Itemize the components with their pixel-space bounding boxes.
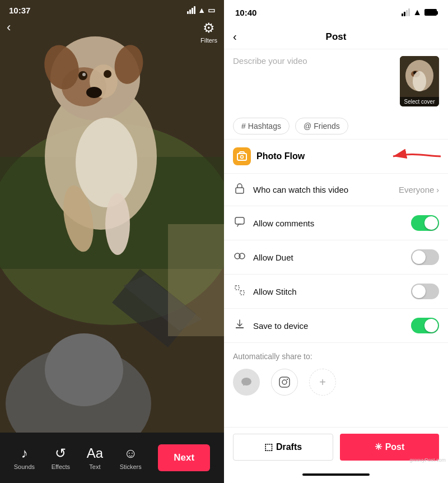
allow-duet-label: Allow Duet	[253, 253, 404, 262]
save-to-device-label: Save to device	[253, 321, 404, 331]
allow-comments-toggle[interactable]	[411, 215, 439, 231]
svg-rect-36	[279, 377, 290, 387]
right-wifi-icon: ▲	[413, 7, 422, 17]
allow-stitch-label: Allow Stitch	[253, 287, 404, 296]
description-placeholder: Describe your video	[233, 56, 307, 66]
cover-label: Select cover	[400, 97, 439, 106]
svg-rect-20	[168, 224, 224, 336]
who-can-watch-value: Everyone ›	[399, 185, 439, 194]
auto-share-title: Automatically share to:	[233, 352, 439, 361]
tag-row: # Hashtags @ Friends	[224, 113, 448, 140]
who-can-watch-label: Who can watch this video	[253, 185, 392, 194]
duet-icon	[233, 251, 246, 264]
who-can-watch-row[interactable]: Who can watch this video Everyone ›	[224, 174, 448, 206]
sounds-tool[interactable]: ♪ Sounds	[14, 445, 35, 470]
chevron-right-icon: ›	[436, 185, 439, 194]
drafts-button[interactable]: ⬚ Drafts	[233, 434, 333, 461]
drafts-label: Drafts	[276, 442, 302, 452]
svg-rect-29	[236, 188, 244, 193]
svg-rect-34	[240, 291, 244, 295]
allow-comments-row: Allow comments	[224, 206, 448, 240]
svg-point-15	[105, 193, 130, 255]
save-to-device-row: Save to device	[224, 309, 448, 343]
hashtag-icon: #	[241, 122, 246, 131]
allow-comments-label: Allow comments	[253, 219, 404, 228]
drafts-icon: ⬚	[264, 442, 273, 452]
friends-button[interactable]: @ Friends	[295, 118, 348, 134]
stickers-tool[interactable]: ☺ Stickers	[120, 445, 142, 470]
post-button[interactable]: ✳ Post	[340, 434, 439, 461]
toggle-knob	[424, 216, 438, 230]
stickers-label: Stickers	[120, 463, 142, 470]
hashtags-button[interactable]: # Hashtags	[233, 118, 290, 134]
share-messages-button[interactable]	[233, 369, 260, 396]
add-icon: +	[319, 376, 326, 389]
right-status-icons: ▲	[402, 7, 437, 17]
svg-rect-26	[237, 154, 246, 160]
svg-point-13	[76, 118, 137, 207]
toggle-knob	[412, 250, 426, 264]
allow-stitch-toggle[interactable]	[411, 284, 439, 299]
svg-point-37	[282, 380, 287, 384]
photo-flow-icon	[233, 147, 251, 165]
toggle-knob	[424, 319, 438, 332]
wifi-icon: ▲	[198, 6, 206, 15]
hashtags-label: Hashtags	[248, 122, 281, 131]
signal-icon	[187, 6, 195, 14]
svg-point-11	[82, 73, 86, 76]
next-button[interactable]: Next	[158, 444, 210, 471]
effects-tool[interactable]: ↺ Effects	[52, 445, 70, 470]
post-label: Post	[385, 442, 405, 452]
comments-icon	[233, 217, 246, 230]
sounds-icon: ♪	[21, 445, 27, 461]
post-title: Post	[326, 31, 347, 43]
photo-flow-label: Photo Flow	[256, 151, 305, 161]
filters-button[interactable]: ⚙ Filters	[200, 20, 217, 44]
home-bar	[302, 473, 370, 476]
friends-label: Friends	[314, 122, 340, 131]
toggle-knob	[412, 285, 426, 298]
allow-stitch-row: Allow Stitch	[224, 275, 448, 309]
stickers-icon: ☺	[124, 445, 138, 461]
text-label: Text	[89, 463, 100, 470]
svg-rect-33	[235, 286, 239, 290]
photo-flow-row[interactable]: Photo Flow	[224, 140, 448, 174]
right-back-button[interactable]: ‹	[233, 30, 237, 43]
watermark: groovyPost.com	[409, 457, 446, 463]
cover-thumbnail[interactable]: Select cover	[400, 56, 439, 106]
left-status-bar: 10:37 ▲ ▭	[0, 0, 224, 20]
right-status-bar: 10:40 ▲	[224, 0, 448, 25]
allow-duet-row: Allow Duet	[224, 240, 448, 275]
description-field[interactable]: Describe your video	[233, 56, 394, 66]
right-header: ‹ Post	[224, 25, 448, 49]
share-icons-row: +	[233, 369, 439, 396]
right-home-indicator	[224, 466, 448, 483]
svg-point-17	[45, 333, 123, 406]
effects-icon: ↺	[55, 445, 66, 461]
allow-duet-toggle[interactable]	[411, 249, 439, 265]
svg-point-35	[241, 378, 251, 386]
share-instagram-button[interactable]	[271, 369, 298, 396]
svg-point-38	[287, 379, 288, 380]
auto-share-section: Automatically share to: +	[224, 343, 448, 400]
red-arrow	[376, 147, 444, 165]
svg-point-25	[413, 71, 426, 91]
at-icon: @	[304, 122, 311, 131]
post-content: Describe your video Select cover # Hasht…	[224, 49, 448, 427]
right-time: 10:40	[235, 8, 256, 17]
battery-icon: ▭	[208, 6, 215, 15]
left-panel: 10:37 ▲ ▭ ‹ ⚙ Filters ♪ Sounds ↺ Effects	[0, 0, 224, 483]
share-add-button[interactable]: +	[309, 369, 336, 396]
text-tool[interactable]: Aa Text	[87, 445, 103, 470]
left-back-button[interactable]: ‹	[7, 20, 11, 35]
right-panel: 10:40 ▲ ‹ Post Describe your video	[224, 0, 448, 483]
left-bottom-toolbar: ♪ Sounds ↺ Effects Aa Text ☺ Stickers Ne…	[0, 433, 224, 483]
left-status-icons: ▲ ▭	[187, 6, 215, 15]
description-area: Describe your video Select cover	[224, 49, 448, 113]
stitch-icon	[233, 285, 246, 298]
svg-point-12	[86, 87, 102, 98]
save-to-device-toggle[interactable]	[411, 318, 439, 333]
right-signal-icon	[402, 8, 410, 16]
svg-rect-30	[235, 217, 244, 224]
filters-icon: ⚙	[203, 20, 215, 36]
